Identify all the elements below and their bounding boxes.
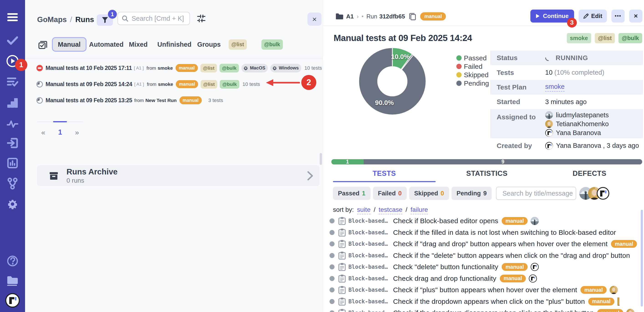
test-suite[interactable]: Block-based… xyxy=(348,241,388,247)
test-suite[interactable]: Block-based… xyxy=(348,252,388,259)
run-tag-bulk[interactable]: @bulk xyxy=(220,80,239,88)
test-suite[interactable]: Block-based… xyxy=(348,310,388,312)
sort-by-testcase[interactable]: testcase xyxy=(379,206,402,214)
detail-tabs: TESTS STATISTICS DEFECTS xyxy=(333,170,641,179)
run-tag-list[interactable]: @list xyxy=(200,80,217,88)
test-title[interactable]: Check "delete" button functionality xyxy=(393,263,498,271)
breadcrumb-project[interactable]: GoMaps xyxy=(37,15,67,24)
projects-folder-icon[interactable] xyxy=(0,272,25,288)
filter-skipped[interactable]: Skipped0 xyxy=(409,187,449,200)
assignee-name[interactable]: TetianaKhomenko xyxy=(556,120,609,128)
test-title[interactable]: Check if the dropdown appears when click… xyxy=(393,298,585,306)
tab-manual[interactable]: Manual xyxy=(52,37,86,52)
tab-unfinished[interactable]: Unfinished xyxy=(157,37,192,52)
view-settings-button[interactable] xyxy=(196,14,206,24)
test-title[interactable]: Check drag and drop functionality xyxy=(393,275,496,282)
assignee-name[interactable]: liudmylastepanets xyxy=(556,111,609,119)
test-row-6[interactable]: Block-based… Check drag and drop functio… xyxy=(330,273,640,284)
test-suite[interactable]: Block-based… xyxy=(348,264,388,270)
run-tag-bulk[interactable]: @bulk xyxy=(220,64,239,72)
tag-bulk[interactable]: @bulk xyxy=(618,33,642,43)
steps-icon[interactable] xyxy=(0,95,25,111)
run-title[interactable]: Manual tests at 09 Feb 2025 14:24 xyxy=(46,81,132,88)
clipboard-icon xyxy=(338,228,346,236)
started-value: 3 minutes ago xyxy=(545,98,586,106)
run-title[interactable]: Manual tests at 09 Feb 2025 13:25 xyxy=(46,97,132,104)
tasks-check-icon[interactable] xyxy=(0,32,25,48)
run-tag-list[interactable]: @list xyxy=(200,64,217,72)
sort-by-failure[interactable]: failure xyxy=(410,206,428,214)
user-avatar[interactable] xyxy=(5,293,20,308)
detail-close-button[interactable]: × xyxy=(629,10,642,22)
test-row-9[interactable]: Block-based… Check if the dropdown disap… xyxy=(330,307,640,312)
tag-list[interactable]: @list xyxy=(595,33,615,43)
tab-mixed[interactable]: Mixed xyxy=(129,37,148,52)
test-suite[interactable]: Block-based… xyxy=(348,287,388,293)
tag-smoke[interactable]: smoke xyxy=(567,33,591,43)
assignee-2[interactable]: TetianaKhomenko xyxy=(545,120,609,128)
assignee-avatars[interactable] xyxy=(579,187,610,200)
filter-passed[interactable]: Passed1 xyxy=(333,187,370,200)
test-row-4[interactable]: Block-based… Check if the "delete" butto… xyxy=(330,250,640,262)
test-title[interactable]: Check if the "delete" button appears whe… xyxy=(393,252,630,260)
test-suite[interactable]: Block-based… xyxy=(348,298,388,305)
panel-close-button[interactable]: × xyxy=(308,12,322,26)
test-row-7[interactable]: Block-based… Check if "plus" button appe… xyxy=(330,284,640,296)
tag-filter-bulk[interactable]: @bulk xyxy=(262,40,283,50)
left-scrollbar-thumb[interactable] xyxy=(320,153,322,165)
test-suite[interactable]: Block-based… xyxy=(348,229,388,236)
breadcrumb-folder-a1[interactable]: A1 xyxy=(346,13,354,20)
test-row-2[interactable]: Block-based… Check if the filled in data… xyxy=(330,227,640,238)
run-stopped-icon xyxy=(36,65,43,71)
more-button[interactable]: ••• xyxy=(612,10,625,22)
continue-button[interactable]: Continue 3 xyxy=(530,10,574,22)
settings-gear-icon[interactable] xyxy=(0,196,25,212)
sort-by-suite[interactable]: suite xyxy=(357,206,370,214)
avatar-tetiana xyxy=(626,309,634,312)
assignee-3[interactable]: Yana Baranova xyxy=(545,129,609,137)
activity-icon[interactable] xyxy=(0,116,25,132)
tab-groups[interactable]: Groups xyxy=(197,37,221,52)
test-row-3[interactable]: Block-based… Check if "drag and drop" bu… xyxy=(330,238,640,250)
test-row-1[interactable]: Block-based… Check if Block-based editor… xyxy=(330,215,640,227)
test-row-5[interactable]: Block-based… Check "delete" button funct… xyxy=(330,261,640,273)
filter-failed[interactable]: Failed0 xyxy=(373,187,407,200)
test-cases-icon[interactable] xyxy=(0,74,25,90)
run-row-1[interactable]: Manual tests at 10 Feb 2025 17:11 [ A1 ]… xyxy=(25,60,323,76)
test-title[interactable]: Check if "plus" button appears when hove… xyxy=(393,286,577,294)
tests-search-input[interactable]: Search by title/message xyxy=(496,187,576,200)
test-title[interactable]: Check if Block-based editor opens xyxy=(393,217,498,225)
tag-filter-list[interactable]: @list xyxy=(229,40,247,50)
test-title[interactable]: Check if the filled in data is not lost … xyxy=(393,229,616,236)
right-scrollbar-thumb[interactable] xyxy=(641,210,643,306)
tab-tests[interactable]: TESTS xyxy=(333,170,436,179)
help-icon[interactable] xyxy=(0,253,25,269)
test-suite[interactable]: Block-based… xyxy=(348,218,388,224)
menu-icon[interactable] xyxy=(0,9,25,25)
reports-icon[interactable] xyxy=(0,155,25,171)
active-tab-underline xyxy=(333,181,436,182)
runs-search-input[interactable]: Search [Cmd + K] xyxy=(118,12,190,25)
pagination-next[interactable]: » xyxy=(75,128,79,137)
tab-automated[interactable]: Automated xyxy=(89,37,124,52)
test-plan-link[interactable]: smoke xyxy=(545,83,564,92)
test-row-8[interactable]: Block-based… Check if the dropdown appea… xyxy=(330,296,640,308)
tab-defects[interactable]: DEFECTS xyxy=(538,170,641,179)
import-icon[interactable] xyxy=(0,135,25,151)
run-title[interactable]: Manual tests at 10 Feb 2025 17:11 xyxy=(46,65,132,71)
copy-icon[interactable] xyxy=(409,12,416,20)
run-row-3[interactable]: Manual tests at 09 Feb 2025 13:25 from N… xyxy=(25,92,323,108)
filter-pending[interactable]: Pending9 xyxy=(452,187,492,200)
pagination-page-1[interactable]: 1 xyxy=(58,128,62,136)
test-title[interactable]: Check if "drag and drop" button appears … xyxy=(393,240,608,248)
runs-archive-bar[interactable]: Runs Archive 0 runs xyxy=(37,165,320,186)
test-title[interactable]: Check if the dropdown disappears when cl… xyxy=(393,309,594,312)
branch-icon[interactable] xyxy=(0,176,25,192)
tab-statistics[interactable]: STATISTICS xyxy=(436,170,538,179)
edit-button[interactable]: Edit xyxy=(579,10,607,22)
test-suite[interactable]: Block-based… xyxy=(348,275,388,282)
pagination-prev[interactable]: « xyxy=(41,128,45,137)
assignee-name[interactable]: Yana Baranova xyxy=(556,129,601,137)
bulk-select-icon[interactable] xyxy=(38,40,47,50)
assignee-1[interactable]: liudmylastepanets xyxy=(545,111,609,119)
